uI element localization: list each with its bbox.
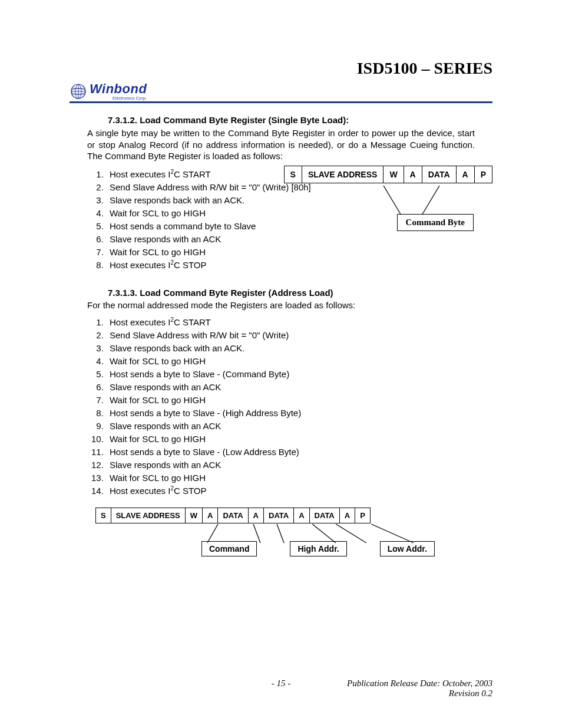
- diagram-connector-1: [375, 186, 451, 216]
- step-item: Wait for SCL to go HIGH: [106, 247, 492, 257]
- proto-cell: P: [474, 166, 492, 183]
- svg-line-8: [422, 186, 439, 215]
- proto-cell: SLAVE ADDRESS: [302, 166, 383, 183]
- svg-line-9: [207, 524, 218, 543]
- page-footer: - 15 - Publication Release Date: October…: [70, 678, 492, 699]
- proto-cell: W: [185, 508, 202, 523]
- protocol-diagram-2: SSLAVE ADDRESSWADATAADATAADATAAP Command…: [95, 508, 472, 556]
- step-item: Host executes I2C STOP: [106, 486, 492, 496]
- svg-line-12: [312, 524, 336, 543]
- proto-cell: A: [203, 508, 218, 523]
- step-item: Host executes I2C START: [106, 317, 492, 327]
- svg-line-14: [371, 524, 414, 543]
- logo-name: Winbond: [90, 81, 147, 96]
- step-item: Slave responds with an ACK: [106, 460, 492, 470]
- proto-cell: DATA: [264, 508, 294, 523]
- step-item: Slave responds with an ACK: [106, 382, 492, 392]
- step-item: Host sends a byte to Slave - (Low Addres…: [106, 447, 492, 457]
- command-byte-annotation: Command Byte: [397, 214, 474, 231]
- step-item: Wait for SCL to go HIGH: [106, 356, 492, 366]
- proto-cell: DATA: [422, 166, 456, 183]
- svg-line-11: [277, 524, 284, 543]
- logo-sub: Electronics Corp.: [90, 96, 147, 100]
- proto-cell: A: [339, 508, 355, 523]
- step-item: Host executes I2C STOP: [106, 260, 492, 270]
- proto-cell: A: [404, 166, 422, 183]
- logo: Winbond Electronics Corp.: [70, 83, 147, 100]
- proto-cell: A: [456, 166, 474, 183]
- globe-icon: [70, 83, 87, 100]
- step-item: Host sends a byte to Slave - (High Addre…: [106, 408, 492, 418]
- header-bar: Winbond Electronics Corp.: [70, 83, 492, 103]
- svg-line-10: [253, 524, 260, 543]
- section-heading-1: 7.3.1.2. Load Command Byte Register (Sin…: [108, 115, 492, 125]
- step-item: Send Slave Address with R/W bit = "0" (W…: [106, 330, 492, 340]
- proto-cell: A: [294, 508, 309, 523]
- protocol-diagram-1: SSLAVE ADDRESSWADATAAP: [284, 166, 492, 183]
- step-item: Slave responds with an ACK: [106, 234, 492, 244]
- step-item: Wait for SCL to go HIGH: [106, 395, 492, 405]
- section1-paragraph: A single byte may be written to the Comm…: [87, 127, 475, 162]
- diagram-connector-2: [207, 524, 455, 544]
- proto-cell: P: [355, 508, 371, 523]
- step-item: Wait for SCL to go HIGH: [106, 434, 492, 444]
- step-item: Host sends a byte to Slave - (Command By…: [106, 369, 492, 379]
- proto-cell: W: [384, 166, 404, 183]
- steps-list-2: Host executes I2C STARTSend Slave Addres…: [99, 317, 492, 496]
- svg-line-13: [336, 524, 366, 543]
- section2-paragraph: For the normal addressed mode the Regist…: [87, 300, 475, 310]
- proto-cell: S: [96, 508, 111, 523]
- section-heading-2: 7.3.1.3. Load Command Byte Register (Add…: [108, 288, 492, 298]
- proto-cell: DATA: [309, 508, 339, 523]
- step-item: Slave responds with an ACK: [106, 421, 492, 431]
- proto-cell: S: [284, 166, 302, 183]
- step-item: Slave responds back with an ACK.: [106, 343, 492, 353]
- proto-cell: A: [248, 508, 263, 523]
- svg-line-7: [384, 186, 401, 215]
- page-number: - 15 -: [70, 678, 492, 689]
- proto-cell: DATA: [218, 508, 248, 523]
- step-item: Wait for SCL to go HIGH: [106, 473, 492, 483]
- series-title: ISD5100 – SERIES: [70, 59, 492, 78]
- proto-cell: SLAVE ADDRESS: [111, 508, 185, 523]
- revision: Revision 0.2: [449, 689, 492, 698]
